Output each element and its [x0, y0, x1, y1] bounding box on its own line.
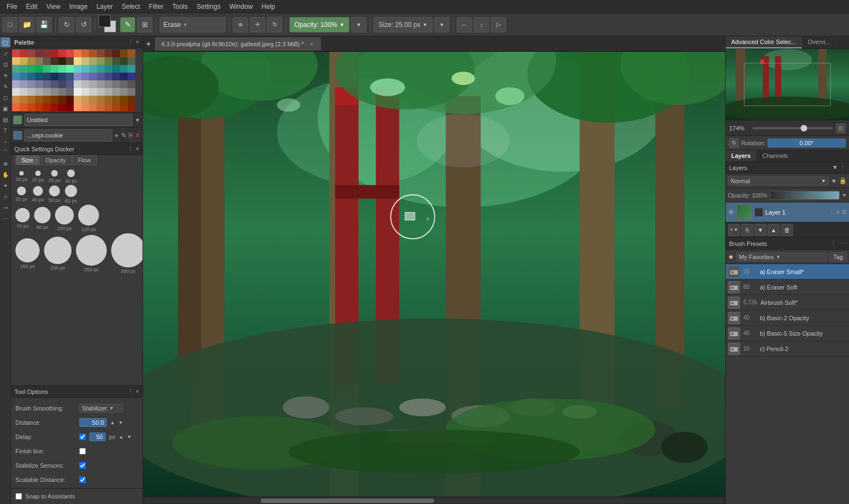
palette-color-swatch[interactable] — [51, 50, 58, 57]
canvas-close-button[interactable]: × — [308, 41, 315, 47]
scrollbar-thumb[interactable] — [261, 498, 434, 503]
brush-size-option[interactable]: 25 px — [48, 170, 61, 183]
delay-down-icon[interactable]: ▼ — [127, 434, 132, 440]
snap-checkbox[interactable] — [15, 493, 22, 500]
layers-options-icon[interactable]: ⋮ — [840, 164, 846, 171]
palette-color-swatch[interactable] — [58, 50, 66, 57]
palette-color-swatch[interactable] — [35, 96, 43, 103]
palette-color-swatch[interactable] — [66, 96, 74, 103]
menu-view[interactable]: View — [42, 2, 65, 12]
palette-color-swatch[interactable] — [128, 88, 135, 96]
palette-color-swatch[interactable] — [112, 96, 120, 103]
layer-filter-icon[interactable]: ▼ — [831, 178, 837, 184]
select-tool[interactable]: ▢ — [1, 37, 10, 47]
palette-color-swatch[interactable] — [105, 80, 112, 88]
layer-lock-icon[interactable]: 🔒 — [839, 177, 847, 184]
foreground-color-swatch[interactable] — [98, 15, 111, 27]
palette-color-swatch[interactable] — [105, 65, 112, 73]
transform-btn[interactable]: ✛ — [250, 17, 265, 32]
palette-color-swatch[interactable] — [120, 96, 128, 103]
layers-opacity-slider[interactable] — [770, 191, 840, 200]
palette-color-swatch[interactable] — [74, 88, 81, 96]
overview-tab[interactable]: Overvi... — [802, 36, 836, 48]
blend-mode-dropdown[interactable]: Normal ▼ — [728, 177, 829, 185]
menu-select[interactable]: Select — [117, 2, 144, 12]
palette-color-swatch[interactable] — [20, 96, 28, 103]
palette-color-swatch[interactable] — [81, 50, 89, 57]
palette-color-swatch[interactable] — [66, 103, 74, 111]
redo-button[interactable]: ↺ — [76, 17, 91, 32]
palette-color-swatch[interactable] — [128, 50, 135, 57]
palette-color-swatch[interactable] — [81, 88, 89, 96]
palette-color-swatch[interactable] — [74, 96, 81, 103]
transform-tool[interactable]: ⤢ — [1, 48, 10, 58]
scrollbar-track[interactable] — [145, 498, 723, 503]
text-tool[interactable]: T — [1, 125, 10, 135]
palette-color-swatch[interactable] — [43, 88, 51, 96]
layer-visibility-icon[interactable]: 👁 — [728, 209, 735, 216]
opacity-tab[interactable]: Opacity — [39, 155, 72, 165]
palette-color-swatch[interactable] — [120, 88, 128, 96]
palette-color-swatch[interactable] — [51, 80, 58, 88]
palette-color-swatch[interactable] — [97, 80, 105, 88]
brush-smoothing-dropdown[interactable]: Stabilizer ▼ — [79, 404, 123, 413]
palette-color-swatch[interactable] — [97, 73, 105, 80]
mirror-v-btn[interactable]: ↕ — [474, 17, 489, 32]
brush-preset-item[interactable]: 10c) Pencil-2 — [726, 341, 849, 357]
zoom-thumb[interactable] — [801, 125, 807, 132]
palette-color-swatch[interactable] — [89, 103, 97, 111]
layer-actions-icon[interactable]: ⋮ — [829, 209, 834, 215]
palette-color-swatch[interactable] — [28, 88, 35, 96]
palette-color-swatch[interactable] — [12, 50, 20, 57]
path-tool[interactable]: ⌒ — [1, 147, 10, 157]
palette-color-swatch[interactable] — [112, 88, 120, 96]
palette-color-swatch[interactable] — [12, 88, 20, 96]
brush-size-option[interactable]: 20 px — [32, 171, 44, 183]
zoom-tool[interactable]: ⊕ — [1, 158, 10, 168]
palette-color-swatch[interactable] — [128, 96, 135, 103]
docker-options-icon[interactable]: ⋮ — [128, 145, 134, 152]
palette-color-swatch[interactable] — [28, 96, 35, 103]
menu-window[interactable]: Window — [225, 2, 258, 12]
palette-color-swatch[interactable] — [58, 65, 66, 73]
palette-color-swatch[interactable] — [81, 57, 89, 65]
move-layer-up-btn[interactable]: ▲ — [768, 224, 780, 236]
gradient-tool[interactable]: ▤ — [1, 114, 10, 124]
menu-settings[interactable]: Settings — [192, 2, 224, 12]
palette-color-swatch[interactable] — [81, 96, 89, 103]
palette-color-swatch[interactable] — [20, 103, 28, 111]
layers-filter-icon[interactable]: ▼ — [832, 164, 838, 171]
advanced-color-tab[interactable]: Advanced Color Selec... — [726, 36, 802, 48]
palette-color-swatch[interactable] — [97, 50, 105, 57]
brush-size-option[interactable]: 40 px — [32, 186, 44, 202]
palette-color-swatch[interactable] — [120, 65, 128, 73]
brush-size-option[interactable]: 120 px — [78, 205, 99, 232]
palette-color-swatch[interactable] — [35, 50, 43, 57]
measure-tool[interactable]: ⊸ — [1, 202, 10, 212]
palette-color-swatch[interactable] — [128, 80, 135, 88]
brush-mode-btn[interactable]: ⊕ — [233, 17, 248, 32]
palette-color-swatch[interactable] — [12, 73, 20, 80]
brush-size-option[interactable]: 60 px — [65, 185, 77, 204]
size-options-btn[interactable]: ▼ — [434, 17, 450, 32]
stabilize-sensors-checkbox[interactable] — [79, 462, 86, 469]
palette-color-swatch[interactable] — [74, 50, 81, 57]
brush-preset-btn[interactable]: ✎ — [120, 17, 135, 32]
palette-color-swatch[interactable] — [120, 57, 128, 65]
palette-color-swatch[interactable] — [51, 96, 58, 103]
palette-color-swatch[interactable] — [97, 57, 105, 65]
palette-color-swatch[interactable] — [112, 65, 120, 73]
delete-profile-icon[interactable]: ✕ — [135, 132, 140, 139]
palette-color-swatch[interactable] — [128, 65, 135, 73]
add-layer-btn[interactable]: + ▼ — [728, 224, 740, 236]
distance-value[interactable]: 50.0 — [79, 418, 107, 427]
palette-color-swatch[interactable] — [20, 65, 28, 73]
layers-tab[interactable]: Layers — [726, 150, 757, 161]
palette-color-swatch[interactable] — [120, 103, 128, 111]
palette-color-swatch[interactable] — [89, 73, 97, 80]
tool-options-close-icon[interactable]: × — [136, 388, 139, 395]
color-picker-tool[interactable]: ✦ — [1, 180, 10, 190]
brush-tool[interactable]: ✎ — [1, 81, 10, 91]
tag-button[interactable]: Tag — [829, 253, 847, 261]
palette-color-swatch[interactable] — [43, 103, 51, 111]
